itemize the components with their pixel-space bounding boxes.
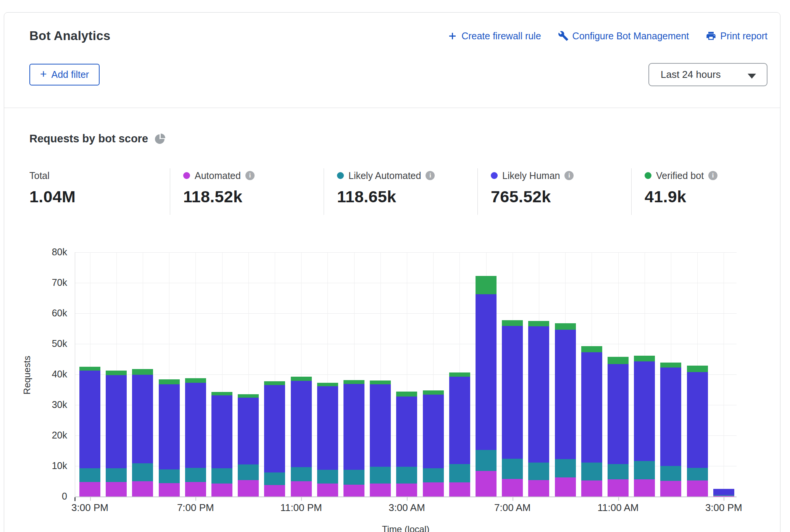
bar-segment-verified-bot[interactable] (687, 366, 708, 372)
bar-segment-automated[interactable] (159, 483, 180, 497)
bar-segment-likely-human[interactable] (79, 371, 100, 468)
bar-segment-verified-bot[interactable] (449, 372, 470, 377)
bar-segment-likely-human[interactable] (660, 368, 681, 466)
bar-segment-verified-bot[interactable] (396, 392, 417, 397)
bar-segment-verified-bot[interactable] (528, 321, 549, 326)
bar-segment-likely-human[interactable] (106, 375, 127, 468)
bar-segment-automated[interactable] (396, 484, 417, 497)
bar-segment-likely-automated[interactable] (211, 468, 232, 484)
bar-segment-likely-human[interactable] (211, 395, 232, 468)
bar-segment-likely-human[interactable] (555, 330, 576, 459)
bar-segment-verified-bot[interactable] (211, 392, 232, 396)
bar-segment-likely-automated[interactable] (449, 464, 470, 482)
bar-segment-likely-human[interactable] (396, 397, 417, 467)
bar-segment-automated[interactable] (132, 481, 153, 497)
bar-segment-likely-automated[interactable] (132, 463, 153, 481)
bar-segment-verified-bot[interactable] (423, 390, 444, 395)
bar-segment-automated[interactable] (581, 480, 602, 497)
bar-segment-verified-bot[interactable] (264, 381, 285, 385)
bar-segment-likely-human[interactable] (264, 385, 285, 472)
bar-segment-likely-human[interactable] (185, 383, 206, 468)
bar-segment-likely-automated[interactable] (634, 461, 655, 479)
bar-segment-likely-automated[interactable] (528, 463, 549, 480)
bar-segment-likely-automated[interactable] (555, 459, 576, 477)
bar-segment-automated[interactable] (713, 496, 734, 497)
bar-segment-automated[interactable] (79, 482, 100, 497)
bar-segment-automated[interactable] (343, 485, 364, 497)
bar-segment-automated[interactable] (264, 485, 285, 497)
bar-segment-automated[interactable] (317, 484, 338, 497)
bar-segment-verified-bot[interactable] (132, 369, 153, 374)
bar-segment-verified-bot[interactable] (502, 320, 523, 326)
bar-segment-likely-automated[interactable] (291, 467, 312, 481)
bar-segment-automated[interactable] (185, 482, 206, 497)
bar-segment-likely-human[interactable] (502, 326, 523, 459)
bar-segment-automated[interactable] (608, 479, 629, 497)
bar-segment-likely-human[interactable] (423, 395, 444, 469)
bar-segment-likely-human[interactable] (238, 398, 259, 464)
bar-segment-automated[interactable] (528, 480, 549, 497)
bar-segment-likely-human[interactable] (713, 489, 734, 495)
bar-segment-likely-automated[interactable] (317, 470, 338, 483)
bar-segment-likely-human[interactable] (449, 377, 470, 464)
bar-segment-likely-human[interactable] (687, 372, 708, 468)
bar-segment-likely-human[interactable] (608, 364, 629, 464)
bar-segment-verified-bot[interactable] (317, 383, 338, 386)
bar-segment-automated[interactable] (634, 479, 655, 497)
bar-segment-likely-automated[interactable] (423, 468, 444, 482)
bar-segment-likely-automated[interactable] (264, 472, 285, 485)
bar-segment-automated[interactable] (106, 482, 127, 497)
bar-segment-verified-bot[interactable] (634, 356, 655, 361)
bar-segment-likely-automated[interactable] (106, 468, 127, 482)
bar-segment-automated[interactable] (291, 481, 312, 497)
bar-segment-verified-bot[interactable] (370, 380, 391, 384)
bar-segment-likely-human[interactable] (317, 386, 338, 470)
bar-segment-likely-human[interactable] (132, 375, 153, 463)
bar-segment-likely-human[interactable] (159, 384, 180, 469)
bar-segment-verified-bot[interactable] (291, 377, 312, 380)
bar-segment-verified-bot[interactable] (238, 394, 259, 398)
bar-segment-verified-bot[interactable] (555, 323, 576, 330)
bar-segment-likely-automated[interactable] (608, 464, 629, 479)
bar-segment-verified-bot[interactable] (660, 363, 681, 368)
bar-segment-verified-bot[interactable] (79, 367, 100, 371)
bar-segment-verified-bot[interactable] (476, 276, 497, 295)
bar-segment-automated[interactable] (555, 477, 576, 497)
bar-segment-automated[interactable] (687, 480, 708, 497)
bar-segment-automated[interactable] (423, 482, 444, 497)
bar-segment-likely-automated[interactable] (476, 450, 497, 471)
bar-segment-automated[interactable] (238, 480, 259, 497)
time-range-select[interactable]: Last 24 hours (648, 63, 767, 86)
configure-bot-management-link[interactable]: Configure Bot Management (558, 31, 689, 42)
bar-segment-likely-automated[interactable] (159, 469, 180, 483)
bar-segment-likely-automated[interactable] (238, 464, 259, 480)
bar-segment-verified-bot[interactable] (159, 379, 180, 384)
bar-segment-likely-human[interactable] (370, 384, 391, 467)
print-report-link[interactable]: Print report (706, 31, 767, 42)
bar-segment-automated[interactable] (476, 471, 497, 497)
bar-segment-likely-human[interactable] (343, 384, 364, 470)
bar-segment-likely-automated[interactable] (343, 470, 364, 485)
bar-segment-automated[interactable] (211, 484, 232, 497)
bar-segment-likely-human[interactable] (634, 361, 655, 461)
add-filter-button[interactable]: + Add filter (29, 64, 100, 85)
bar-segment-likely-automated[interactable] (660, 466, 681, 481)
bar-segment-likely-automated[interactable] (370, 467, 391, 484)
bar-segment-likely-automated[interactable] (79, 468, 100, 482)
bar-segment-likely-automated[interactable] (581, 463, 602, 480)
bar-segment-verified-bot[interactable] (581, 346, 602, 352)
bar-segment-likely-automated[interactable] (185, 468, 206, 482)
bar-segment-likely-human[interactable] (291, 381, 312, 467)
bar-segment-likely-human[interactable] (581, 352, 602, 463)
bar-segment-verified-bot[interactable] (185, 378, 206, 383)
bar-segment-likely-human[interactable] (476, 294, 497, 450)
bar-segment-verified-bot[interactable] (106, 371, 127, 375)
bar-segment-likely-automated[interactable] (502, 459, 523, 479)
bar-segment-likely-human[interactable] (528, 326, 549, 463)
bar-segment-verified-bot[interactable] (608, 357, 629, 364)
bar-segment-likely-automated[interactable] (687, 468, 708, 480)
create-firewall-rule-link[interactable]: Create firewall rule (447, 31, 541, 42)
bar-segment-automated[interactable] (660, 481, 681, 497)
bar-segment-likely-automated[interactable] (396, 467, 417, 483)
bar-segment-automated[interactable] (502, 479, 523, 497)
